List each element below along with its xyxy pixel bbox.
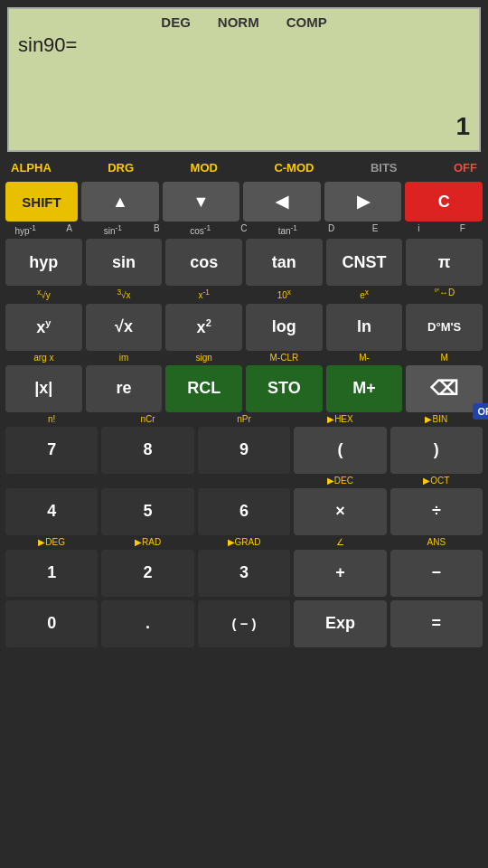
btn-plus[interactable]: + xyxy=(294,550,386,597)
row4-labels: n! nCr nPr ▶HEX ▶BIN xyxy=(0,414,488,425)
btn-lparen[interactable]: ( xyxy=(294,427,386,474)
rcl-button[interactable]: RCL xyxy=(165,365,242,412)
xy-button[interactable]: xy xyxy=(5,304,82,351)
backspace-button[interactable]: ⌫ xyxy=(406,365,483,412)
dms-button[interactable]: D°M'S xyxy=(406,304,483,351)
label-tobin: ▶BIN xyxy=(390,414,483,425)
drg-button[interactable]: DRG xyxy=(104,159,137,176)
btn-exp[interactable]: Exp xyxy=(294,600,386,647)
x2-button[interactable]: x2 xyxy=(165,304,242,351)
label-xinv: x-1 xyxy=(165,288,242,301)
display-result: 1 xyxy=(455,112,470,141)
label-blank1 xyxy=(5,476,98,486)
label-tan-inv: tan-1 xyxy=(267,223,307,237)
row2-labels: x√y 3√x x-1 10x ex °'↔D xyxy=(0,288,488,301)
hyp-button[interactable]: hyp xyxy=(5,239,82,286)
btn-multiply[interactable]: × xyxy=(294,488,386,535)
btn-2[interactable]: 2 xyxy=(101,550,193,597)
down-button[interactable] xyxy=(163,182,240,222)
row6-buttons: 1 2 3 + − xyxy=(0,548,488,599)
cmod-button[interactable]: C-MOD xyxy=(270,159,317,176)
label-cbrt: 3√x xyxy=(86,288,163,301)
sin-button[interactable]: sin xyxy=(86,239,163,286)
label-mclr: M-CLR xyxy=(246,353,323,363)
mode-deg: DEG xyxy=(161,14,191,30)
cos-button[interactable]: cos xyxy=(165,239,242,286)
alpha-button[interactable]: ALPHA xyxy=(7,159,55,176)
label-blank3 xyxy=(198,476,290,486)
btn-divide[interactable]: ÷ xyxy=(390,488,483,535)
label-npr: nPr xyxy=(198,414,290,425)
btn-rparen[interactable]: ) OPTIONS xyxy=(390,427,483,474)
btn-4[interactable]: 4 xyxy=(5,488,98,535)
up-icon xyxy=(112,193,128,212)
label-d: D xyxy=(312,223,352,237)
row7-buttons: 0 . ( − ) Exp = xyxy=(0,599,488,649)
label-sign: sign xyxy=(165,353,242,363)
row3-labels: arg x im sign M-CLR M- M xyxy=(0,353,488,363)
sto-button[interactable]: STO xyxy=(246,365,323,412)
row2-buttons: xy √x x2 log ln D°M'S xyxy=(0,302,488,353)
label-i: i xyxy=(399,223,438,237)
mod-button[interactable]: MOD xyxy=(187,159,221,176)
display-area: DEG NORM COMP sin90= 1 xyxy=(7,7,481,152)
btn-dot[interactable]: . xyxy=(101,600,193,647)
btn-equals[interactable]: = xyxy=(390,600,483,647)
label-cos-inv: cos-1 xyxy=(180,223,220,237)
row4-buttons: 7 8 9 ( ) OPTIONS xyxy=(0,425,488,476)
row1-labels: hyp-1 A sin-1 B cos-1 C tan-1 D E i F xyxy=(0,223,488,237)
row6-labels: ▶DEG ▶RAD ▶GRAD ∠ ANS xyxy=(0,537,488,548)
btn-6[interactable]: 6 xyxy=(198,488,290,535)
row3-buttons: |x| re RCL STO M+ ⌫ xyxy=(0,363,488,414)
label-ans: ANS xyxy=(390,537,483,548)
down-icon xyxy=(192,193,209,212)
btn-7[interactable]: 7 xyxy=(5,427,98,474)
mode-row: ALPHA DRG MOD C-MOD BITS OFF xyxy=(0,156,488,180)
display-expression: sin90= xyxy=(18,33,470,70)
btn-negate[interactable]: ( − ) xyxy=(198,600,290,647)
re-button[interactable]: re xyxy=(86,365,163,412)
label-angle: ∠ xyxy=(294,537,386,548)
ctrl-row: SHIFT C xyxy=(0,180,488,223)
right-button[interactable] xyxy=(324,182,402,222)
off-button[interactable]: OFF xyxy=(450,159,481,176)
label-mminus: M- xyxy=(326,353,403,363)
btn-3[interactable]: 3 xyxy=(198,550,290,597)
btn-5[interactable]: 5 xyxy=(101,488,193,535)
btn-minus[interactable]: − xyxy=(390,550,483,597)
label-b: B xyxy=(136,223,176,237)
log-button[interactable]: log xyxy=(246,304,323,351)
mode-bar: DEG NORM COMP xyxy=(18,14,470,30)
sqrt-button[interactable]: √x xyxy=(86,304,163,351)
label-m: M xyxy=(406,353,483,363)
row5-labels: ▶DEC ▶OCT xyxy=(0,476,488,486)
shift-button[interactable]: SHIFT xyxy=(5,182,78,222)
options-label[interactable]: OPTIONS xyxy=(473,403,488,420)
mode-comp: COMP xyxy=(286,14,327,30)
label-blank2 xyxy=(101,476,193,486)
tan-button[interactable]: tan xyxy=(246,239,323,286)
label-torad: ▶RAD xyxy=(101,537,193,548)
row5-buttons: 4 5 6 × ÷ xyxy=(0,486,488,537)
ln-button[interactable]: ln xyxy=(326,304,403,351)
up-button[interactable] xyxy=(81,182,159,222)
label-hyp-inv: hyp-1 xyxy=(5,223,45,237)
label-a: A xyxy=(49,223,89,237)
label-tooct: ▶OCT xyxy=(390,476,483,486)
btn-8[interactable]: 8 xyxy=(101,427,193,474)
mplus-button[interactable]: M+ xyxy=(326,365,403,412)
clear-button[interactable]: C xyxy=(405,182,483,222)
btn-9[interactable]: 9 xyxy=(198,427,290,474)
label-e: E xyxy=(355,223,395,237)
abs-button[interactable]: |x| xyxy=(5,365,82,412)
label-f: F xyxy=(443,223,483,237)
label-nfact: n! xyxy=(5,414,98,425)
pi-button[interactable]: π xyxy=(406,239,483,286)
label-c: C xyxy=(224,223,264,237)
label-10x: 10x xyxy=(246,288,323,301)
bits-button[interactable]: BITS xyxy=(367,159,401,176)
left-button[interactable] xyxy=(243,182,321,222)
btn-1[interactable]: 1 xyxy=(5,550,98,597)
btn-0[interactable]: 0 xyxy=(5,600,98,647)
cnst-button[interactable]: CNST xyxy=(326,239,403,286)
